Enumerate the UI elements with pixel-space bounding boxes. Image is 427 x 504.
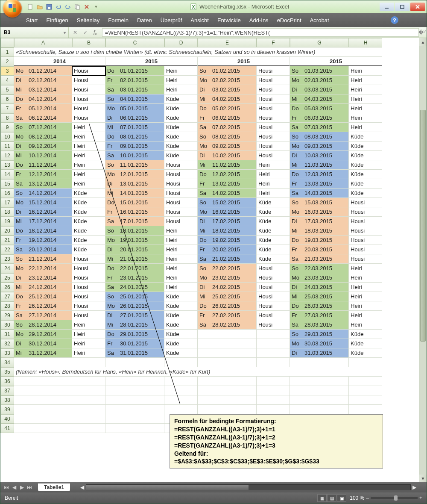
- office-button[interactable]: [3, 0, 22, 18]
- cell-F20[interactable]: Küde: [257, 226, 290, 236]
- cell-B11[interactable]: Heiri: [72, 141, 105, 151]
- cell-C15[interactable]: Di13.01.2015: [105, 179, 164, 189]
- cell-C12[interactable]: Sa10.01.2015: [105, 151, 164, 160]
- cell-G25[interactable]: Mo23.03.2015: [290, 273, 349, 283]
- row-header-26[interactable]: 26: [0, 283, 14, 292]
- cell-A22[interactable]: Sa20.12.2014: [14, 245, 72, 254]
- cell-A27[interactable]: Do25.12.2014: [14, 292, 72, 301]
- redo-icon[interactable]: [64, 3, 71, 10]
- ribbon-tab-start[interactable]: Start: [22, 13, 42, 27]
- cell-C7[interactable]: Mo05.01.2015: [105, 104, 164, 113]
- cell-B18[interactable]: Küde: [72, 207, 105, 217]
- cell-B31[interactable]: Heiri: [72, 330, 105, 339]
- cell-A33[interactable]: Mi31.12.2014: [14, 348, 72, 358]
- row-header-39[interactable]: 39: [0, 405, 14, 414]
- cell-A26[interactable]: Mi24.12.2014: [14, 283, 72, 292]
- cell-E12[interactable]: Di10.02.2015: [198, 151, 257, 160]
- cell-B28[interactable]: Housi: [72, 301, 105, 311]
- help-icon[interactable]: ?: [391, 16, 398, 24]
- ribbon-tab-add-ins[interactable]: Add-Ins: [245, 13, 273, 27]
- cell-G16[interactable]: Sa14.03.2015: [290, 189, 349, 198]
- cell-G3[interactable]: So01.03.2015: [290, 66, 349, 76]
- cell-D3[interactable]: Heiri: [164, 66, 198, 76]
- cell-E15[interactable]: Fr13.02.2015: [198, 179, 257, 189]
- cell-F16[interactable]: Heiri: [257, 189, 290, 198]
- cell-B32[interactable]: Heiri: [72, 339, 105, 348]
- row-header-7[interactable]: 7: [0, 104, 14, 113]
- cell-E17[interactable]: So15.02.2015: [198, 198, 257, 207]
- row-header-31[interactable]: 31: [0, 330, 14, 339]
- cell-A15[interactable]: Sa13.12.2014: [14, 179, 72, 189]
- ribbon-tab-daten[interactable]: Daten: [133, 13, 156, 27]
- row-header-23[interactable]: 23: [0, 254, 14, 264]
- row-header-41[interactable]: 41: [0, 424, 14, 433]
- cell-F10[interactable]: Housi: [257, 132, 290, 141]
- cell-D38[interactable]: [164, 395, 198, 405]
- cell-F24[interactable]: Housi: [257, 264, 290, 273]
- row-header-17[interactable]: 17: [0, 198, 14, 207]
- cell-E14[interactable]: Do12.02.2015: [198, 170, 257, 179]
- cell-A3[interactable]: Mo01.12.2014: [14, 66, 72, 76]
- row-header-1[interactable]: 1: [0, 47, 14, 57]
- cell-D7[interactable]: Küde: [164, 104, 198, 113]
- cell-E36[interactable]: [198, 377, 257, 386]
- scroll-right-icon[interactable]: ▶: [411, 484, 418, 490]
- row-header-14[interactable]: 14: [0, 170, 14, 179]
- cell-H22[interactable]: Housi: [349, 245, 382, 254]
- cell-G11[interactable]: Mo09.03.2015: [290, 141, 349, 151]
- row-header-28[interactable]: 28: [0, 301, 14, 311]
- cell-B3[interactable]: Housi: [72, 66, 105, 76]
- zoom-level[interactable]: 100 %: [350, 495, 364, 501]
- cell-E18[interactable]: Mo16.02.2015: [198, 207, 257, 217]
- cell-F17[interactable]: Küde: [257, 198, 290, 207]
- row-header-16[interactable]: 16: [0, 189, 14, 198]
- cell-G24[interactable]: So22.03.2015: [290, 264, 349, 273]
- cell-D31[interactable]: Küde: [164, 330, 198, 339]
- cell-H33[interactable]: Küde: [349, 348, 382, 358]
- open-icon[interactable]: [36, 3, 43, 10]
- cell-C29[interactable]: Di27.01.2015: [105, 311, 164, 320]
- cell-E8[interactable]: Fr06.02.2015: [198, 113, 257, 123]
- cell-F5[interactable]: Housi: [257, 85, 290, 94]
- cell-E22[interactable]: Fr20.02.2015: [198, 245, 257, 254]
- cell-F18[interactable]: Küde: [257, 207, 290, 217]
- copy-icon[interactable]: [74, 3, 81, 10]
- cell-A29[interactable]: Sa27.12.2014: [14, 311, 72, 320]
- cell-C11[interactable]: Fr09.01.2015: [105, 141, 164, 151]
- cell-D20[interactable]: Heiri: [164, 226, 198, 236]
- cell-C26[interactable]: Sa24.01.2015: [105, 283, 164, 292]
- cell-C3[interactable]: Do01.01.2015: [105, 66, 164, 76]
- cell-D8[interactable]: Küde: [164, 113, 198, 123]
- cell-G31[interactable]: So29.03.2015: [290, 330, 349, 339]
- row-header-18[interactable]: 18: [0, 207, 14, 217]
- cell-D27[interactable]: Küde: [164, 292, 198, 301]
- row-header-15[interactable]: 15: [0, 179, 14, 189]
- cell-G4[interactable]: Mo02.03.2015: [290, 76, 349, 85]
- cell-D37[interactable]: [164, 386, 198, 395]
- cell-A38[interactable]: [14, 395, 72, 405]
- cell-A1[interactable]: «Schneeschufle, Sauze u soo i däm cheibe…: [14, 47, 382, 57]
- cell-C16[interactable]: Mi14.01.2015: [105, 189, 164, 198]
- cell-G19[interactable]: Di17.03.2015: [290, 217, 349, 226]
- cell-A8[interactable]: Sa06.12.2014: [14, 113, 72, 123]
- cell-B13[interactable]: Heiri: [72, 160, 105, 170]
- cell-H9[interactable]: Heiri: [349, 123, 382, 132]
- cell-F30[interactable]: Housi: [257, 320, 290, 330]
- close-button[interactable]: [410, 3, 425, 11]
- ribbon-tab-acrobat[interactable]: Acrobat: [306, 13, 333, 27]
- cell-D39[interactable]: [164, 405, 198, 414]
- cell-G18[interactable]: Mo16.03.2015: [290, 207, 349, 217]
- scroll-up-icon[interactable]: ▲: [419, 38, 427, 46]
- column-header-C[interactable]: C: [105, 38, 164, 47]
- cell-G12[interactable]: Di10.03.2015: [290, 151, 349, 160]
- cell-B39[interactable]: [72, 405, 105, 414]
- cell-G39[interactable]: [290, 405, 349, 414]
- row-header-11[interactable]: 11: [0, 141, 14, 151]
- cell-H13[interactable]: Küde: [349, 160, 382, 170]
- cell-B4[interactable]: Housi: [72, 76, 105, 85]
- cell-A40[interactable]: [14, 414, 72, 424]
- name-box[interactable]: B3: [0, 27, 69, 38]
- row-header-35[interactable]: 35: [0, 367, 14, 377]
- first-tab-icon[interactable]: ⏮: [3, 484, 10, 490]
- row-header-34[interactable]: 34: [0, 358, 14, 367]
